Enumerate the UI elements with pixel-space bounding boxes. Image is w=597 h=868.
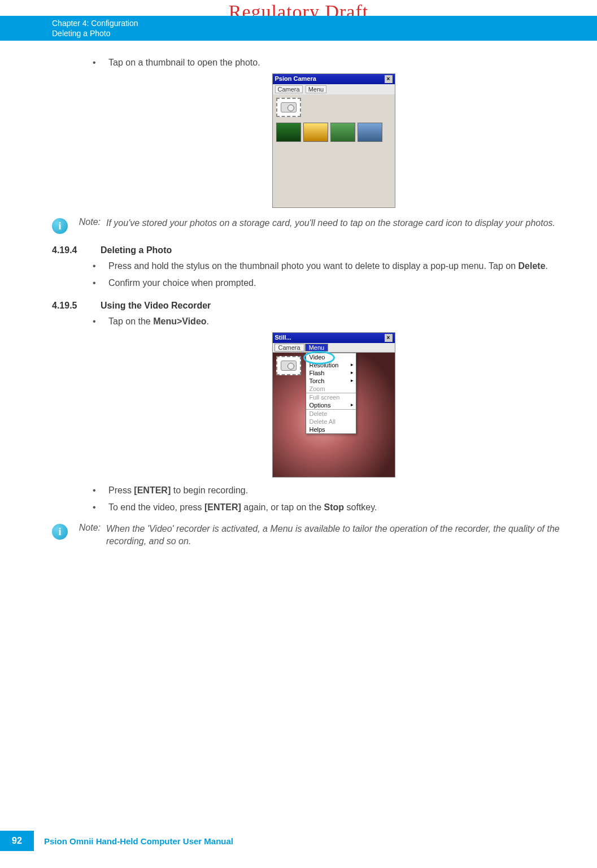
camera-tab[interactable]: Camera [274,344,304,351]
menu-video-keyword: Menu>Video [153,316,206,326]
video-highlight-circle [303,351,335,364]
text: to begin recording. [171,485,248,495]
ss2-menubar: CameraMenu Video Resolution Flash Torch … [273,343,395,353]
text: To end the video, press [108,502,204,512]
camera-icon [281,102,297,112]
chapter-header: Chapter 4: Configuration Deleting a Phot… [0,16,597,41]
thumbnail[interactable] [303,123,328,142]
intro-bullet: Tap on a thumbnail to open the photo. [93,57,574,69]
text: Press and hold the stylus on the thumbna… [108,261,518,271]
info-icon: i [52,218,68,234]
menu-item-options[interactable]: Options [306,401,356,409]
section-number: 4.19.4 [52,245,87,255]
note-label: Note: [73,217,101,234]
ss1-title-text: Psion Camera [275,75,316,83]
note-label: Note: [73,523,101,548]
note-storage-card: i Note: If you've stored your photos on … [52,217,574,234]
enter-keyword: [ENTER] [134,485,171,495]
list-item: Press and hold the stylus on the thumbna… [93,260,574,272]
menu-item-torch[interactable]: Torch [306,377,356,385]
menu-item-delete-all: Delete All [306,418,356,426]
menu-item-helps[interactable]: Helps [306,426,356,433]
enter-keyword: [ENTER] [204,502,241,512]
video-recorder-screenshot: Still... × CameraMenu Video Resolution F… [272,332,395,478]
stop-keyword: Stop [324,502,345,512]
menu-item-flash[interactable]: Flash [306,369,356,377]
list-item: Tap on the Menu>Video. [93,315,574,328]
camera-slot [276,356,301,375]
camera-icon [281,361,297,371]
footer: 92 Psion Omnii Hand-Held Computer User M… [0,831,597,851]
note-text: When the 'Video' recorder is activated, … [106,523,574,548]
note-video-menu: i Note: When the 'Video' recorder is act… [52,523,574,548]
ss2-title-text: Still... [275,334,291,342]
text: Tap on the [108,316,153,326]
text: . [546,261,548,271]
list-item: Press [ENTER] to begin recording. [93,484,574,497]
delete-keyword: Delete [518,261,546,271]
menu-item-fullscreen: Full screen [306,393,356,401]
footer-title: Psion Omnii Hand-Held Computer User Manu… [44,836,233,846]
camera-slot [276,98,301,117]
note-text: If you've stored your photos on a storag… [106,217,574,234]
thumbnail[interactable] [276,123,301,142]
info-icon: i [52,524,68,540]
thumbnail[interactable] [358,123,382,142]
menu-item-zoom: Zoom [306,385,356,393]
list-item: Confirm your choice when prompted. [93,277,574,289]
text: . [207,316,209,326]
section-number: 4.19.5 [52,301,87,311]
text: again, or tap on the [241,502,324,512]
menu-dropdown: Video Resolution Flash Torch Zoom Full s… [306,353,356,434]
list-item: To end the video, press [ENTER] again, o… [93,501,574,514]
section-title: Using the Video Recorder [101,301,211,311]
close-icon[interactable]: × [385,75,393,83]
chapter-line: Chapter 4: Configuration [52,18,597,28]
section-title: Deleting a Photo [101,245,172,255]
text: Press [108,485,134,495]
subtitle-line: Deleting a Photo [52,28,597,38]
text: softkey. [344,502,377,512]
psion-camera-screenshot: Psion Camera × Camera Menu [272,73,395,208]
ss1-camera-menu[interactable]: Camera [275,85,303,93]
ss1-menu-menu[interactable]: Menu [306,85,327,93]
ss1-menubar: Camera Menu [273,84,395,94]
close-icon[interactable]: × [385,334,393,342]
page-number: 92 [0,831,34,851]
menu-item-delete: Delete [306,410,356,418]
thumbnail[interactable] [330,123,355,142]
menu-tab[interactable]: Menu [305,344,329,351]
